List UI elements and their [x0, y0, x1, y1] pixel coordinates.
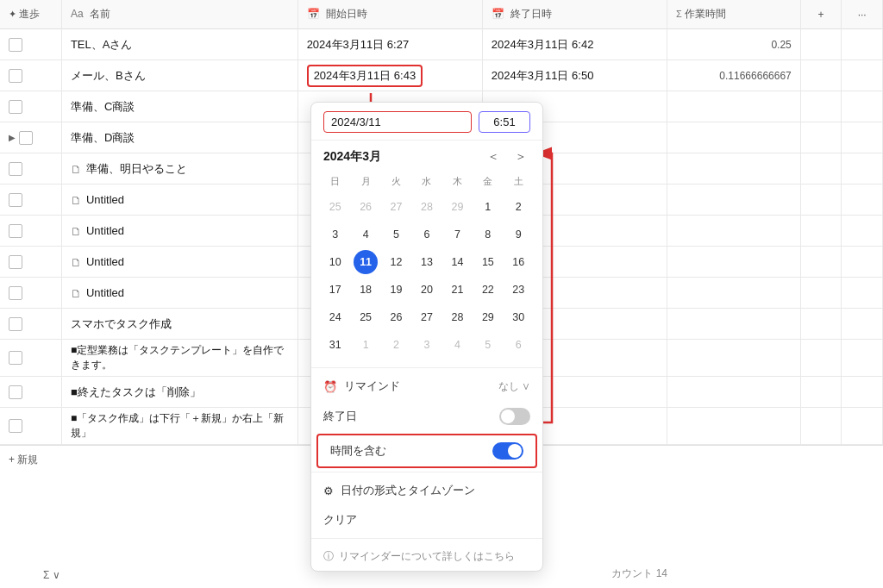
row7-more [842, 216, 883, 247]
new-row-button[interactable]: + 新規 [9, 453, 38, 467]
cal-day[interactable]: 18 [354, 278, 378, 302]
checkbox[interactable] [9, 38, 22, 52]
cal-day[interactable]: 5 [476, 333, 500, 357]
cal-day[interactable]: 10 [323, 250, 348, 274]
cal-day[interactable]: 26 [354, 195, 378, 219]
row13-add [800, 408, 842, 445]
cal-day[interactable]: 13 [415, 250, 439, 274]
cal-day[interactable]: 29 [476, 305, 500, 329]
clear-button[interactable]: クリア [311, 505, 542, 535]
row7-add [800, 216, 842, 247]
date-input[interactable]: 2024/3/11 [323, 111, 472, 133]
settings-row[interactable]: ⚙ 日付の形式とタイムゾーン [311, 476, 542, 505]
help-link[interactable]: ⓘ リマインダーについて詳しくはこちら [311, 542, 542, 571]
cal-nav: ＜ ＞ [484, 149, 530, 165]
cal-day[interactable]: 29 [445, 195, 469, 219]
checkbox[interactable] [9, 100, 22, 114]
footer-sigma-label[interactable]: Σ ∨ [43, 569, 60, 581]
cal-day[interactable]: 16 [506, 250, 530, 274]
cal-day[interactable]: 1 [354, 333, 378, 357]
divider3 [311, 538, 542, 539]
checkbox[interactable] [9, 69, 22, 83]
row9-name: 🗋Untitled [61, 278, 297, 309]
doc-icon: 🗋 [71, 256, 83, 268]
cal-day[interactable]: 22 [476, 278, 500, 302]
cal-day[interactable]: 9 [506, 222, 530, 247]
doc-icon: 🗋 [71, 194, 83, 206]
checkbox[interactable] [9, 224, 22, 238]
checkbox[interactable] [9, 351, 22, 365]
checkbox[interactable] [9, 162, 22, 176]
row12-progress [0, 377, 61, 408]
cal-day[interactable]: 28 [445, 305, 469, 329]
row6-name: 🗋Untitled [61, 185, 297, 216]
cal-day[interactable]: 27 [415, 305, 439, 329]
checkbox[interactable] [9, 419, 22, 433]
next-month-button[interactable]: ＞ [511, 149, 530, 165]
row2-progress [0, 60, 61, 91]
include-time-toggle[interactable] [492, 442, 523, 460]
cal-day[interactable]: 26 [385, 305, 409, 329]
cal-day[interactable]: 6 [415, 222, 439, 247]
checkbox[interactable] [9, 255, 22, 269]
cal-day[interactable]: 25 [323, 195, 348, 219]
row1-start[interactable]: 2024年3月11日 6:27 [297, 29, 482, 60]
cal-day[interactable]: 4 [445, 333, 469, 357]
cal-day[interactable]: 24 [323, 305, 348, 329]
reminder-row: ⏰ リマインド なし ∨ [311, 372, 542, 401]
cal-day[interactable]: 28 [415, 195, 439, 219]
divider2 [311, 472, 542, 472]
cal-day[interactable]: 19 [385, 278, 409, 302]
include-time-row: 時間を含む [316, 434, 537, 468]
col-add[interactable]: + [800, 0, 842, 29]
cal-day[interactable]: 1 [476, 195, 500, 219]
expand-arrow[interactable]: ▶ [9, 133, 16, 142]
row3-add [800, 91, 842, 122]
checkbox[interactable] [9, 193, 22, 207]
cal-day[interactable]: 25 [354, 305, 378, 329]
cal-day[interactable]: 31 [323, 333, 348, 357]
cal-day[interactable]: 3 [415, 333, 439, 357]
cal-day[interactable]: 6 [506, 333, 530, 357]
row6-add [800, 185, 842, 216]
cal-day[interactable]: 8 [476, 222, 500, 247]
cal-day-today[interactable]: 11 [354, 250, 378, 274]
col-more[interactable]: ··· [842, 0, 883, 29]
cal-day[interactable]: 2 [385, 333, 409, 357]
cal-day[interactable]: 7 [445, 222, 469, 247]
row2-end[interactable]: 2024年3月11日 6:50 [482, 60, 667, 91]
doc-icon: 🗋 [71, 287, 83, 299]
reminder-value[interactable]: なし ∨ [498, 379, 530, 394]
row1-end[interactable]: 2024年3月11日 6:42 [482, 29, 667, 60]
cal-day[interactable]: 27 [385, 195, 409, 219]
prev-month-button[interactable]: ＜ [484, 149, 503, 165]
help-icon: ⓘ [323, 549, 334, 564]
cal-day[interactable]: 17 [323, 278, 348, 302]
row4-name: 準備、D商談 [61, 122, 297, 153]
date-input-row: 2024/3/11 6:51 [311, 103, 542, 141]
cal-day[interactable]: 3 [323, 222, 348, 247]
cal-day[interactable]: 23 [506, 278, 530, 302]
checkbox[interactable] [19, 131, 33, 145]
row8-work [667, 247, 801, 278]
checkbox[interactable] [9, 286, 22, 300]
checkbox[interactable] [9, 385, 22, 399]
cal-day[interactable]: 5 [385, 222, 409, 247]
end-date-label: 終了日 [323, 409, 357, 424]
cal-day[interactable]: 30 [506, 305, 530, 329]
table-row: TEL、Aさん 2024年3月11日 6:27 2024年3月11日 6:42 … [0, 29, 883, 60]
cal-day[interactable]: 20 [415, 278, 439, 302]
cal-day[interactable]: 15 [476, 250, 500, 274]
cal-day[interactable]: 12 [385, 250, 409, 274]
cal-day[interactable]: 14 [445, 250, 469, 274]
cal-day[interactable]: 4 [354, 222, 378, 247]
time-input[interactable]: 6:51 [479, 111, 530, 133]
checkbox[interactable] [9, 317, 22, 331]
help-label: リマインダーについて詳しくはこちら [339, 549, 515, 564]
row1-name: TEL、Aさん [61, 29, 297, 60]
row7-progress [0, 216, 61, 247]
cal-day[interactable]: 21 [445, 278, 469, 302]
cal-day[interactable]: 2 [506, 195, 530, 219]
row2-start[interactable]: 2024年3月11日 6:43 [297, 60, 482, 91]
end-date-toggle[interactable] [499, 408, 530, 425]
